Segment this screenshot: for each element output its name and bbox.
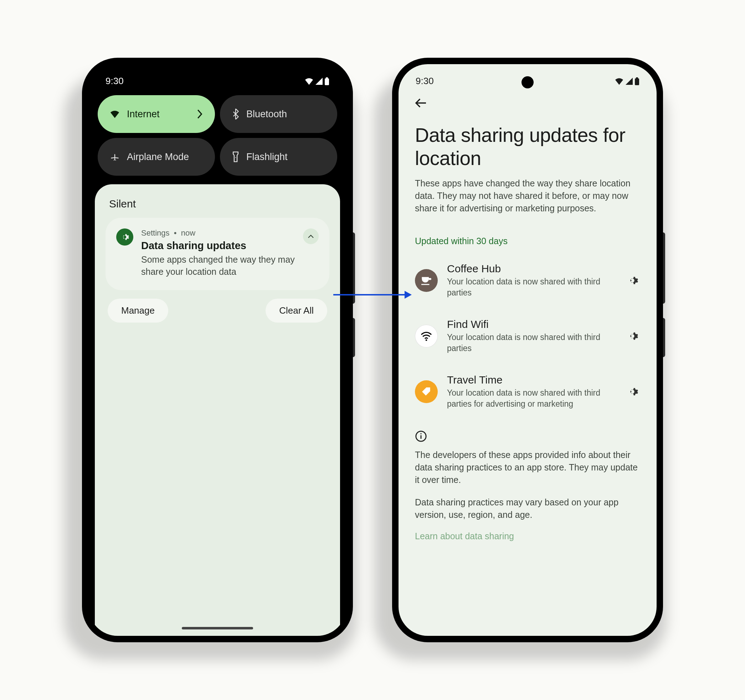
power-button[interactable]: [353, 318, 355, 357]
status-bar: 9:30: [88, 64, 347, 91]
gear-icon: [626, 386, 639, 398]
app-desc: Your location data is now shared with th…: [447, 387, 615, 410]
phone-left: 9:30 Internet: [82, 58, 353, 642]
camera-cutout: [522, 76, 534, 88]
qs-bluetooth-tile[interactable]: Bluetooth: [220, 95, 337, 133]
wifi-icon: [304, 78, 314, 85]
app-name: Travel Time: [447, 374, 615, 386]
notification-card[interactable]: Settings • now Data sharing updates Some…: [106, 218, 329, 290]
find-wifi-app-icon: [415, 325, 438, 347]
flow-arrow: [333, 289, 412, 300]
wifi-icon: [615, 78, 624, 85]
signal-icon: [625, 78, 633, 85]
learn-more-link[interactable]: Learn about data sharing: [415, 531, 640, 541]
info-text-2: Data sharing practices may vary based on…: [415, 496, 640, 521]
section-label: Updated within 30 days: [415, 236, 640, 246]
manage-button[interactable]: Manage: [108, 299, 168, 323]
qs-airplane-label: Airplane Mode: [127, 151, 189, 163]
qs-bluetooth-label: Bluetooth: [246, 109, 287, 120]
qs-internet-label: Internet: [127, 109, 160, 120]
notification-shade: Silent Settings • now Data sharing updat: [95, 184, 340, 636]
bluetooth-icon: [232, 109, 239, 120]
page-title: Data sharing updates for location: [415, 124, 640, 170]
info-text-1: The developers of these apps provided in…: [415, 449, 640, 486]
app-row-find-wifi[interactable]: Find Wifi Your location data is now shar…: [415, 308, 640, 364]
back-button[interactable]: [415, 98, 427, 108]
app-settings-button[interactable]: [624, 273, 640, 288]
gear-icon: [626, 274, 639, 287]
svg-rect-6: [420, 435, 422, 439]
app-row-travel-time[interactable]: Travel Time Your location data is now sh…: [415, 364, 640, 419]
travel-time-app-icon: [415, 380, 438, 403]
phone-right: 9:30 Data sharing updates for location: [392, 58, 663, 642]
page-subtitle: These apps have changed the way they sha…: [415, 177, 640, 215]
svg-rect-1: [326, 77, 328, 79]
power-button[interactable]: [663, 318, 665, 357]
app-desc: Your location data is now shared with th…: [447, 276, 615, 298]
clear-all-button[interactable]: Clear All: [266, 299, 327, 323]
app-desc: Your location data is now shared with th…: [447, 332, 615, 354]
svg-rect-3: [636, 77, 638, 79]
chevron-right-icon: [197, 109, 203, 119]
shade-section-heading: Silent: [106, 198, 329, 218]
flashlight-icon: [232, 151, 239, 162]
battery-icon: [634, 77, 639, 85]
qs-flashlight-tile[interactable]: Flashlight: [220, 138, 337, 176]
app-name: Find Wifi: [447, 318, 615, 331]
svg-rect-0: [325, 78, 329, 85]
clock: 9:30: [106, 76, 124, 87]
volume-button[interactable]: [663, 232, 665, 304]
coffee-hub-app-icon: [415, 269, 438, 292]
info-icon: [415, 430, 640, 442]
notification-meta: Settings • now: [141, 229, 295, 238]
battery-icon: [325, 77, 329, 85]
tag-icon: [420, 386, 432, 397]
clock: 9:30: [416, 76, 434, 87]
signal-icon: [315, 78, 323, 85]
qs-internet-tile[interactable]: Internet: [98, 95, 215, 133]
chevron-up-icon: [308, 234, 314, 238]
svg-rect-2: [635, 78, 639, 85]
svg-point-4: [426, 339, 427, 341]
arrow-left-icon: [415, 98, 427, 108]
app-settings-button[interactable]: [624, 328, 640, 344]
app-name: Coffee Hub: [447, 263, 615, 275]
gear-icon: [626, 330, 639, 342]
notification-body: Some apps changed the way they may share…: [141, 254, 295, 278]
qs-flashlight-label: Flashlight: [246, 151, 288, 163]
coffee-cup-icon: [420, 275, 432, 286]
notification-title: Data sharing updates: [141, 240, 295, 251]
gesture-nav-bar[interactable]: [182, 627, 253, 630]
svg-rect-7: [420, 434, 422, 434]
wifi-icon: [110, 110, 120, 118]
app-row-coffee-hub[interactable]: Coffee Hub Your location data is now sha…: [415, 253, 640, 308]
wifi-icon: [420, 331, 433, 341]
airplane-icon: [110, 152, 120, 162]
collapse-button[interactable]: [303, 229, 319, 244]
app-settings-button[interactable]: [624, 384, 640, 399]
settings-app-icon: [116, 229, 133, 245]
qs-airplane-tile[interactable]: Airplane Mode: [98, 138, 215, 176]
